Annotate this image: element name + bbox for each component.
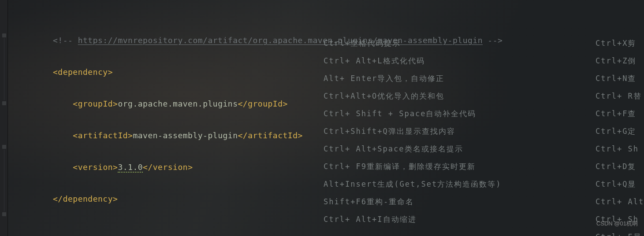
hint-line: Ctrl+X剪	[596, 34, 644, 52]
hint-line: Ctrl+Alt+O优化导入的关和包	[324, 87, 501, 105]
xml-tag: </groupId>	[238, 99, 288, 108]
xml-text: maven-assembly-plugin	[133, 131, 238, 140]
fold-handle[interactable]	[2, 212, 6, 216]
hint-line: Ctrl+空格代码提示	[324, 34, 501, 52]
hint-line: Ctrl+N查	[596, 70, 644, 87]
xml-tag: </version>	[143, 162, 193, 172]
xml-text: org.apache.maven.plugins	[118, 99, 238, 108]
hint-line: Ctrl+F查	[596, 105, 644, 122]
hint-line: Ctrl+D复	[596, 158, 644, 175]
fold-handle[interactable]	[2, 33, 6, 37]
xml-text-warning: 3.1.0	[118, 162, 143, 173]
hint-line: Ctrl+ F9重新编译，删除缓存实时更新	[324, 158, 501, 175]
shortcut-hints-panel: Ctrl+空格代码提示 Ctrl+ Alt+L格式化代码 Alt+ Enter导…	[324, 34, 501, 228]
hint-line: Alt+Insert生成(Get,Set方法构造函数等)	[324, 175, 501, 193]
shortcut-hints-right: Ctrl+X剪 Ctrl+Z倒 Ctrl+N查 Ctrl+ R替 Ctrl+F查…	[596, 34, 644, 236]
xml-comment-open: <!--	[53, 36, 78, 45]
hint-line: Shift+F6重构-重命名	[324, 193, 501, 210]
hint-line: Ctrl+Z倒	[596, 52, 644, 70]
xml-tag: </artifactId>	[238, 131, 302, 140]
hint-line: Ctrl+ R替	[596, 87, 644, 105]
xml-tag: </dependency>	[53, 194, 118, 203]
fold-line	[4, 150, 4, 211]
hint-line: Ctrl+Shift+Q弹出显示查找内容	[324, 122, 501, 140]
hint-line: Ctrl+ Alt+Space类名或接名提示	[324, 140, 501, 158]
fold-handle[interactable]	[2, 101, 6, 105]
hint-line: Ctrl+ Sh	[596, 140, 644, 158]
xml-tag: <dependency>	[53, 67, 113, 77]
hint-line: Ctrl+Q显	[596, 175, 644, 193]
fold-handle[interactable]	[2, 145, 6, 149]
xml-tag: <groupId>	[73, 99, 118, 108]
hint-line: Ctrl+G定	[596, 122, 644, 140]
hint-line: Ctrl+ Shift + Space自动补全代码	[324, 105, 501, 122]
gutter	[0, 0, 8, 236]
watermark: CSDN @01杭呐	[596, 216, 638, 232]
hint-line: Alt+ Enter导入包，自动修正	[324, 70, 501, 87]
hint-line: Ctrl+ Alt	[596, 193, 644, 210]
xml-tag: <artifactId>	[73, 131, 133, 140]
xml-tag: <version>	[73, 162, 118, 172]
fold-line	[4, 38, 4, 100]
hint-line: Ctrl+ Alt+I自动缩进	[324, 210, 501, 228]
hint-line: Ctrl+ Alt+L格式化代码	[324, 52, 501, 70]
